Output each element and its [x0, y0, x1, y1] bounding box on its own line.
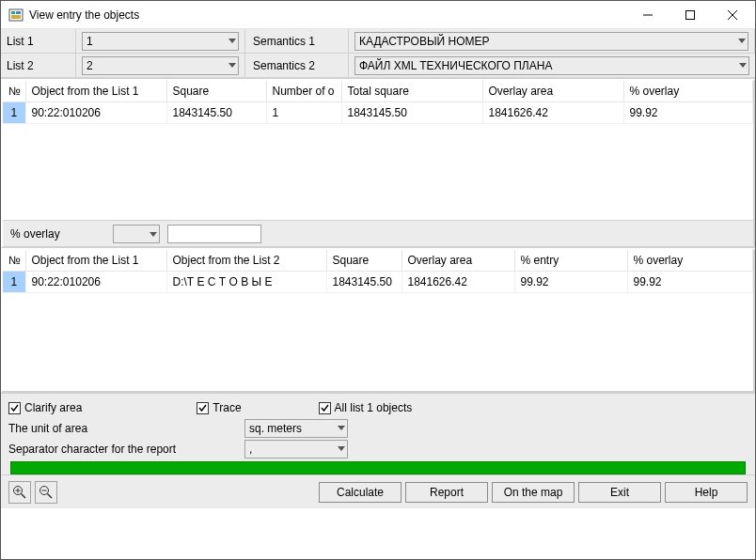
semantics1-combo[interactable]: КАДАСТРОВЫЙ НОМЕР: [349, 29, 755, 54]
table-row[interactable]: 1 90:22:010206 D:\Т Е С Т О В Ы Е 184314…: [3, 272, 753, 293]
chevron-down-icon: [228, 39, 236, 44]
cell-square: 1843145.50: [326, 272, 402, 293]
options-panel: Clarify area Trace All list 1 objects Th…: [1, 393, 755, 474]
cell-square: 1843145.50: [166, 102, 266, 124]
main-window: View entry the objects List 1 1 Semantic…: [0, 0, 756, 560]
separator-combo[interactable]: ,: [244, 440, 348, 459]
trace-label: Trace: [213, 401, 241, 414]
chevron-down-icon: [338, 446, 345, 452]
help-button[interactable]: Help: [665, 482, 748, 503]
cell-overlay: 1841626.42: [402, 272, 514, 293]
cell-total: 1843145.50: [341, 102, 482, 124]
cell-obj: 90:22:010206: [25, 102, 166, 124]
semantics1-label: Semantics 1: [245, 29, 349, 54]
chevron-down-icon: [150, 227, 157, 241]
close-button[interactable]: [711, 2, 753, 28]
cell-pct: 99.92: [623, 102, 753, 124]
filter-value-input[interactable]: [167, 225, 261, 243]
all-list1-label: All list 1 objects: [335, 401, 413, 414]
chevron-down-icon: [739, 63, 747, 69]
app-icon: [8, 8, 24, 23]
col-obj1[interactable]: Object from the List 1: [25, 250, 166, 272]
checkbox-checked-icon: [319, 402, 331, 414]
list1-value: 1: [87, 35, 93, 48]
table1-panel: № Object from the List 1 Square Number o…: [1, 79, 755, 248]
checkbox-checked-icon: [197, 402, 209, 414]
all-list1-checkbox[interactable]: All list 1 objects: [319, 401, 413, 414]
col-overlay[interactable]: Overlay area: [402, 250, 514, 272]
list1-combo[interactable]: 1: [76, 29, 245, 54]
chevron-down-icon: [738, 39, 746, 44]
zoom-out-icon: [39, 485, 54, 500]
col-entry[interactable]: % entry: [514, 250, 627, 272]
cell-count: 1: [266, 102, 341, 124]
list2-label: List 2: [1, 54, 76, 78]
svg-rect-2: [16, 11, 21, 14]
table-row[interactable]: 1 90:22:010206 1843145.50 1 1843145.50 1…: [3, 102, 753, 124]
zoom-in-icon: [12, 485, 27, 500]
col-obj[interactable]: Object from the List 1: [25, 81, 166, 102]
semantics2-value: ФАЙЛ XML ТЕХНИЧЕСКОГО ПЛАНА: [359, 59, 552, 72]
svg-rect-3: [11, 15, 21, 19]
chevron-down-icon: [338, 426, 345, 431]
table1: № Object from the List 1 Square Number o…: [3, 81, 753, 124]
semantics2-label: Semantics 2: [245, 54, 349, 78]
trace-checkbox[interactable]: Trace: [197, 401, 241, 414]
list2-combo[interactable]: 2: [76, 54, 245, 78]
filter-op-combo[interactable]: [113, 225, 160, 243]
semantics1-value: КАДАСТРОВЫЙ НОМЕР: [359, 35, 490, 48]
col-overlay[interactable]: Overlay area: [482, 81, 623, 102]
checkbox-checked-icon: [8, 402, 21, 414]
chevron-down-icon: [228, 63, 236, 69]
col-num[interactable]: №: [3, 81, 25, 102]
svg-rect-5: [685, 10, 694, 19]
calculate-button[interactable]: Calculate: [319, 482, 402, 503]
unit-value: sq. meters: [249, 422, 302, 435]
svg-line-9: [22, 493, 26, 498]
footer-toolbar: Calculate Report On the map Exit Help: [1, 474, 755, 508]
semantics2-combo[interactable]: ФАЙЛ XML ТЕХНИЧЕСКОГО ПЛАНА: [349, 54, 755, 78]
list2-value: 2: [87, 59, 93, 72]
col-pct[interactable]: % overlay: [627, 250, 753, 272]
col-num[interactable]: №: [3, 250, 25, 272]
filter-bar: % overlay: [3, 220, 753, 246]
cell-obj2: D:\Т Е С Т О В Ы Е: [166, 272, 326, 293]
on-map-button[interactable]: On the map: [492, 482, 575, 503]
maximize-button[interactable]: [669, 2, 711, 28]
clarify-label: Clarify area: [24, 401, 82, 414]
col-total[interactable]: Total square: [341, 81, 482, 102]
exit-button[interactable]: Exit: [578, 482, 661, 503]
report-button[interactable]: Report: [405, 482, 488, 503]
titlebar: View entry the objects: [1, 1, 755, 29]
table2-panel: № Object from the List 1 Object from the…: [1, 248, 755, 393]
col-pct[interactable]: % overlay: [623, 81, 753, 102]
cell-obj1: 90:22:010206: [25, 272, 166, 293]
col-count[interactable]: Number of o: [266, 81, 341, 102]
filter-label: % overlay: [10, 227, 60, 241]
unit-combo[interactable]: sq. meters: [244, 419, 348, 438]
separator-value: ,: [249, 443, 252, 456]
table2-header: № Object from the List 1 Object from the…: [3, 250, 753, 272]
zoom-out-button[interactable]: [35, 481, 57, 504]
table1-header: № Object from the List 1 Square Number o…: [3, 81, 753, 102]
progress-bar: [10, 461, 746, 474]
col-square[interactable]: Square: [166, 81, 266, 102]
col-obj2[interactable]: Object from the List 2: [166, 250, 326, 272]
cell-overlay: 1841626.42: [482, 102, 623, 124]
col-square[interactable]: Square: [326, 250, 402, 272]
minimize-button[interactable]: [626, 2, 669, 28]
clarify-checkbox[interactable]: Clarify area: [8, 401, 82, 414]
unit-label: The unit of area: [8, 422, 239, 435]
window-title: View entry the objects: [29, 8, 626, 22]
cell-num: 1: [3, 272, 25, 293]
list1-label: List 1: [1, 29, 76, 54]
svg-line-13: [48, 493, 53, 498]
svg-rect-1: [11, 11, 15, 14]
cell-num: 1: [3, 102, 25, 124]
table1-scroll[interactable]: № Object from the List 1 Square Number o…: [3, 81, 753, 220]
cell-pct: 99.92: [627, 272, 753, 293]
table2: № Object from the List 1 Object from the…: [3, 250, 753, 293]
top-config: List 1 1 Semantics 1 КАДАСТРОВЫЙ НОМЕР L…: [1, 29, 755, 79]
table2-scroll[interactable]: № Object from the List 1 Object from the…: [3, 250, 753, 391]
zoom-in-button[interactable]: [8, 481, 31, 504]
